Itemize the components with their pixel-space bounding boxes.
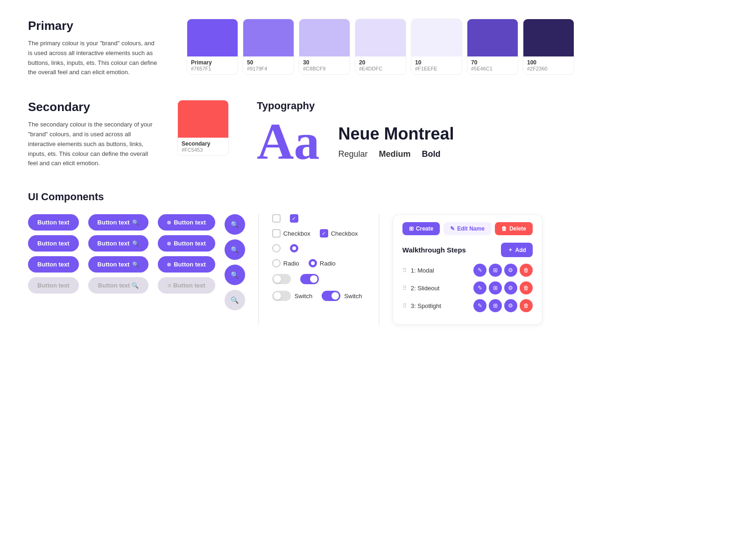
swatch-card: 30 #C8BCF9: [299, 19, 350, 75]
swatch-card: 10 #F1EEFE: [411, 19, 462, 75]
secondary-swatch-info: Secondary #FC5453: [178, 138, 228, 155]
btn-badge-1[interactable]: Button text: [158, 214, 215, 231]
step-delete-button[interactable]: 🗑: [520, 264, 533, 277]
button-col-1: Button text Button text Button text Butt…: [28, 214, 79, 294]
step-settings-button[interactable]: ⚙: [504, 281, 517, 294]
checkbox-unchecked-2[interactable]: [272, 229, 281, 238]
btn-badge-3[interactable]: Button text: [158, 256, 215, 273]
ui-components-title: UI Components: [28, 191, 719, 203]
secondary-swatch-hex: #FC5453: [182, 147, 225, 153]
swatch-info: 100 #2F2360: [523, 56, 574, 74]
btn-icon-2[interactable]: Button text 🔍: [88, 235, 149, 252]
add-icon: ＋: [507, 246, 513, 254]
swatch-info: 30 #C8BCF9: [299, 56, 350, 74]
drag-handle[interactable]: ⠿: [402, 285, 407, 292]
primary-title: Primary: [28, 19, 159, 33]
radio-unchecked[interactable]: [272, 244, 281, 252]
search-icon-2: 🔍: [132, 240, 139, 247]
secondary-swatch: Secondary #FC5453: [177, 100, 229, 156]
step-edit-button[interactable]: ✎: [473, 264, 486, 277]
step-delete-button[interactable]: 🗑: [520, 281, 533, 294]
primary-swatches: Primary #7657F1 50 #9179F4 30 #C8BCF9 20…: [187, 19, 574, 75]
step-actions: ✎ ⊞ ⚙ 🗑: [473, 281, 533, 294]
font-weights: Regular Medium Bold: [338, 149, 454, 159]
step-edit-button[interactable]: ✎: [473, 299, 486, 312]
swatch-color-block: [467, 19, 518, 56]
badge-dot-2: [167, 242, 171, 245]
switch-off-1[interactable]: [272, 274, 291, 284]
step-grid-button[interactable]: ⊞: [489, 264, 502, 277]
checkbox-label-unchecked: Checkbox: [272, 229, 310, 238]
step-grid-button[interactable]: ⊞: [489, 299, 502, 312]
switch-on-1[interactable]: [300, 274, 319, 284]
secondary-left: Secondary The secondary colour is the se…: [28, 100, 229, 168]
swatch-color-block: [411, 19, 462, 56]
swatch-label: Primary: [191, 59, 234, 66]
step-actions: ✎ ⊞ ⚙ 🗑: [473, 264, 533, 277]
typography-right: Neue Montreal Regular Medium Bold: [338, 124, 454, 159]
typography-section: Typography Aa Neue Montreal Regular Medi…: [257, 100, 719, 167]
button-col-4: 🔍 🔍 🔍 🔍: [225, 214, 245, 310]
btn-icon-3[interactable]: Button text 🔍: [88, 256, 149, 273]
font-name: Neue Montreal: [338, 124, 454, 144]
trash-icon: 🗑: [501, 225, 507, 232]
swatch-color-block: [187, 19, 238, 56]
radio-label-unchecked: Radio: [272, 259, 299, 267]
badge-dot-disabled: [168, 284, 171, 287]
radio-label-2: Radio: [320, 260, 336, 267]
delete-button[interactable]: 🗑 Delete: [495, 222, 533, 235]
icon-circle-2[interactable]: 🔍: [225, 239, 245, 260]
switch-off-2[interactable]: [272, 291, 291, 301]
swatch-card: 100 #2F2360: [523, 19, 574, 75]
checkbox-checked-2[interactable]: ✓: [320, 229, 328, 238]
btn-badge-2[interactable]: Button text: [158, 235, 215, 252]
btn-primary-1[interactable]: Button text: [28, 214, 79, 231]
swatch-color-block: [523, 19, 574, 56]
checkbox-row-2: Checkbox ✓ Checkbox: [272, 229, 366, 238]
swatch-hex: #9179F4: [247, 66, 290, 71]
primary-desc: The primary colour is your "brand" colou…: [28, 39, 159, 77]
radio-checked-2[interactable]: [309, 259, 317, 267]
font-bold: Bold: [422, 149, 441, 159]
radio-unchecked-2[interactable]: [272, 259, 281, 267]
add-step-button[interactable]: ＋ Add: [501, 243, 533, 257]
components-grid: Button text Button text Button text Butt…: [28, 214, 719, 325]
radio-label-1: Radio: [283, 260, 299, 267]
switch-label-off: Switch: [272, 291, 312, 301]
swatch-color-block: [355, 19, 406, 56]
primary-section: Primary The primary colour is your "bran…: [28, 19, 719, 77]
checkbox-label-2: Checkbox: [331, 230, 358, 237]
swatch-label: 70: [471, 59, 514, 66]
swatch-info: 70 #5E46C1: [467, 56, 518, 74]
step-settings-button[interactable]: ⚙: [504, 299, 517, 312]
icon-circle-3[interactable]: 🔍: [225, 265, 245, 285]
checkbox-column: ✓ Checkbox ✓ Checkbox: [272, 214, 366, 301]
checkbox-checked[interactable]: ✓: [290, 214, 298, 223]
ui-components-section: UI Components Button text Button text Bu…: [28, 191, 719, 325]
drag-handle[interactable]: ⠿: [402, 267, 407, 274]
switch-on-2[interactable]: [322, 291, 340, 301]
typography-aa: Aa: [257, 116, 319, 167]
btn-icon-1[interactable]: Button text 🔍: [88, 214, 149, 231]
step-delete-button[interactable]: 🗑: [520, 299, 533, 312]
checkbox-unchecked[interactable]: [272, 214, 281, 223]
btn-primary-2[interactable]: Button text: [28, 235, 79, 252]
step-edit-button[interactable]: ✎: [473, 281, 486, 294]
drag-handle[interactable]: ⠿: [402, 302, 407, 309]
switch-row-1: [272, 274, 366, 284]
search-icon-3: 🔍: [132, 261, 139, 268]
step-grid-button[interactable]: ⊞: [489, 281, 502, 294]
pencil-icon: ✎: [450, 225, 455, 232]
typography-display: Aa Neue Montreal Regular Medium Bold: [257, 116, 719, 167]
search-icon-circle-2: 🔍: [231, 246, 239, 253]
swatch-label: 100: [527, 59, 570, 66]
icon-circle-1[interactable]: 🔍: [225, 214, 245, 235]
create-button[interactable]: ⊞ Create: [402, 222, 440, 235]
swatch-hex: #5E46C1: [471, 66, 514, 71]
btn-primary-3[interactable]: Button text: [28, 256, 79, 273]
edit-name-button[interactable]: ✎ Edit Name: [444, 222, 491, 235]
step-settings-button[interactable]: ⚙: [504, 264, 517, 277]
swatch-hex: #7657F1: [191, 66, 234, 71]
switch-label-2: Switch: [344, 293, 362, 300]
radio-checked[interactable]: [290, 244, 298, 252]
